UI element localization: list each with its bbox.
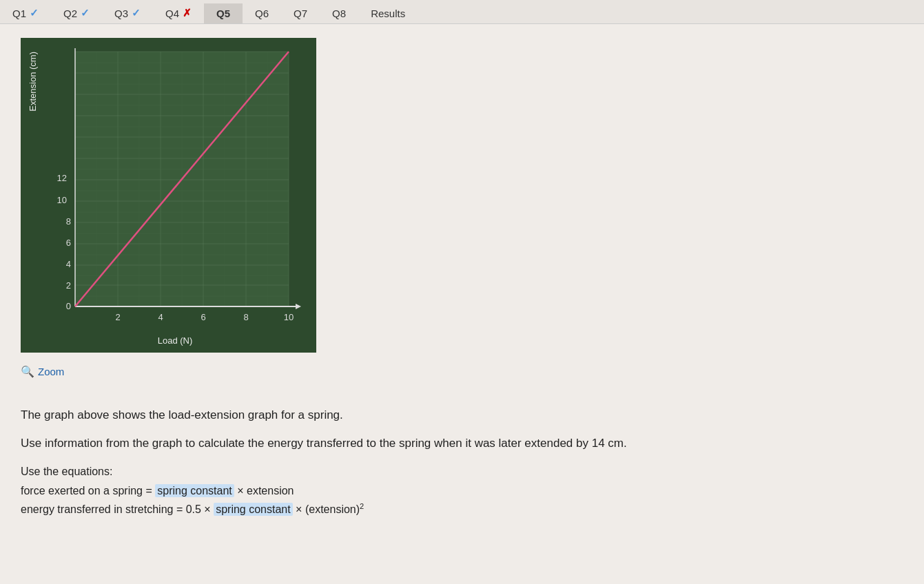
q8-label: Q8 bbox=[332, 8, 346, 19]
svg-text:12: 12 bbox=[57, 173, 67, 183]
zoom-button[interactable]: 🔍 Zoom bbox=[21, 365, 64, 378]
results-label: Results bbox=[371, 8, 405, 19]
equations-block: Use the equations: force exerted on a sp… bbox=[21, 462, 903, 519]
svg-text:4: 4 bbox=[158, 312, 163, 322]
x-axis-label: Load (N) bbox=[158, 335, 193, 346]
svg-text:8: 8 bbox=[66, 216, 71, 227]
q1-label: Q1 bbox=[12, 8, 26, 19]
q3-label: Q3 bbox=[114, 8, 128, 19]
equations-header: Use the equations: bbox=[21, 462, 903, 481]
q2-label: Q2 bbox=[63, 8, 77, 19]
graph-container: Extension (cm) bbox=[21, 38, 316, 353]
q7-label: Q7 bbox=[294, 8, 307, 19]
tab-q7[interactable]: Q7 bbox=[281, 3, 320, 23]
equation2: energy transferred in stretching = 0.5 ×… bbox=[21, 500, 903, 519]
zoom-icon: 🔍 bbox=[21, 365, 34, 378]
tab-q3[interactable]: Q3 ✓ bbox=[102, 3, 153, 23]
q5-label: Q5 bbox=[216, 8, 230, 19]
question-line2: Use information from the graph to calcul… bbox=[21, 434, 903, 452]
svg-text:0: 0 bbox=[66, 301, 71, 311]
spring-constant-highlight-2: spring constant bbox=[214, 503, 293, 516]
svg-text:10: 10 bbox=[284, 312, 294, 322]
svg-text:10: 10 bbox=[57, 195, 67, 205]
q3-check-icon: ✓ bbox=[132, 7, 141, 19]
tab-q8[interactable]: Q8 bbox=[320, 3, 358, 23]
question-line1: The graph above shows the load-extension… bbox=[21, 406, 903, 424]
svg-text:6: 6 bbox=[201, 312, 205, 322]
top-nav: Q1 ✓ Q2 ✓ Q3 ✓ Q4 ✗ Q5 Q6 Q7 Q8 Results bbox=[0, 0, 924, 24]
graph-svg: 0 2 4 6 8 10 12 2 4 6 8 10 bbox=[41, 45, 309, 334]
zoom-label: Zoom bbox=[38, 366, 64, 377]
tab-q5[interactable]: Q5 bbox=[204, 3, 243, 23]
q4-label: Q4 bbox=[165, 8, 179, 19]
tab-results[interactable]: Results bbox=[358, 3, 418, 23]
q2-check-icon: ✓ bbox=[81, 7, 90, 19]
svg-text:2: 2 bbox=[115, 312, 120, 322]
spring-constant-highlight-1: spring constant bbox=[155, 484, 234, 497]
tab-q1[interactable]: Q1 ✓ bbox=[0, 3, 51, 23]
svg-text:8: 8 bbox=[243, 312, 248, 322]
q4-cross-icon: ✗ bbox=[183, 7, 192, 19]
q6-label: Q6 bbox=[255, 8, 269, 19]
y-axis-label: Extension (cm) bbox=[28, 52, 38, 112]
graph-inner: 0 2 4 6 8 10 12 2 4 6 8 10 Load (N) bbox=[41, 45, 309, 346]
tab-q2[interactable]: Q2 ✓ bbox=[51, 3, 102, 23]
graph-wrapper: Extension (cm) bbox=[28, 45, 309, 346]
svg-text:4: 4 bbox=[66, 259, 71, 269]
main-content: Extension (cm) bbox=[0, 24, 924, 532]
svg-text:2: 2 bbox=[66, 280, 71, 291]
q1-check-icon: ✓ bbox=[30, 7, 39, 19]
svg-text:6: 6 bbox=[66, 238, 71, 248]
svg-marker-38 bbox=[296, 304, 301, 309]
equation1: force exerted on a spring = spring const… bbox=[21, 481, 903, 500]
tab-q6[interactable]: Q6 bbox=[243, 3, 281, 23]
tab-q4[interactable]: Q4 ✗ bbox=[153, 3, 204, 23]
